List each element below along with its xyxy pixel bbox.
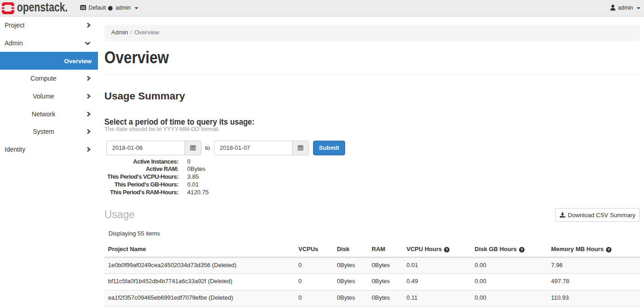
svg-text:?: ? [445,247,448,252]
svg-text:?: ? [520,247,523,252]
svg-text:?: ? [607,247,610,252]
